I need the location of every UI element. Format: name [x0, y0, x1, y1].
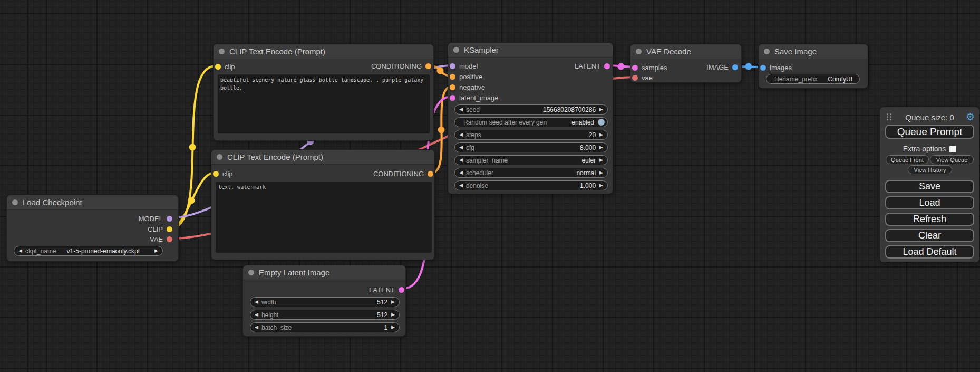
port-dot-image[interactable]: [732, 64, 738, 70]
view-queue-button[interactable]: View Queue: [930, 155, 974, 164]
decrement-arrow-icon[interactable]: ◀: [459, 158, 463, 163]
link-midpoint-dot[interactable]: [618, 63, 625, 70]
width-widget[interactable]: ◀ width 512 ▶: [250, 297, 400, 307]
port-dot-image[interactable]: [760, 65, 766, 71]
port-dot-model[interactable]: [450, 63, 455, 69]
port-dot-clip[interactable]: [215, 64, 221, 70]
output-slot-conditioning[interactable]: CONDITIONING: [373, 170, 433, 177]
height-widget[interactable]: ◀ height 512 ▶: [250, 310, 400, 320]
increment-arrow-icon[interactable]: ▶: [599, 170, 603, 175]
collapse-dot-icon[interactable]: [636, 49, 642, 54]
node-title-bar[interactable]: KSampler: [448, 43, 613, 58]
port-dot-conditioning[interactable]: [425, 63, 431, 69]
input-slot-vae[interactable]: vae: [632, 74, 653, 81]
node-clip-text-encode-positive[interactable]: CLIP Text Encode (Prompt) clip CONDITION…: [213, 44, 434, 141]
port-dot-latent[interactable]: [450, 95, 455, 101]
load-default-button[interactable]: Load Default: [885, 245, 974, 259]
node-clip-text-encode-negative[interactable]: CLIP Text Encode (Prompt) clip CONDITION…: [211, 149, 435, 260]
node-title-bar[interactable]: VAE Decode: [630, 44, 741, 59]
collapse-dot-icon[interactable]: [453, 47, 459, 53]
input-slot-negative[interactable]: negative: [450, 83, 485, 91]
denoise-widget[interactable]: ◀ denoise 1.000 ▶: [454, 180, 608, 190]
output-slot-latent[interactable]: LATENT: [369, 286, 404, 293]
collapse-dot-icon[interactable]: [217, 154, 222, 160]
increment-arrow-icon[interactable]: ▶: [599, 145, 603, 150]
node-vae-decode[interactable]: VAE Decode samples vae IMAGE: [630, 44, 742, 83]
prompt-textarea[interactable]: text, watermark: [216, 182, 432, 253]
input-slot-latent-image[interactable]: latent_image: [450, 94, 498, 101]
collapse-dot-icon[interactable]: [12, 199, 18, 205]
refresh-button[interactable]: Refresh: [885, 213, 974, 226]
link-midpoint-dot[interactable]: [438, 127, 445, 133]
prompt-textarea[interactable]: beautiful scenery nature glass bottle la…: [218, 74, 430, 133]
collapse-dot-icon[interactable]: [248, 270, 254, 275]
output-slot-latent[interactable]: LATENT: [575, 62, 610, 70]
output-slot-clip[interactable]: CLIP: [148, 225, 172, 233]
port-dot-latent[interactable]: [632, 65, 638, 71]
collapse-dot-icon[interactable]: [764, 49, 770, 54]
node-title-bar[interactable]: CLIP Text Encode (Prompt): [211, 150, 434, 165]
output-slot-image[interactable]: IMAGE: [706, 63, 738, 71]
toggle-dot-icon[interactable]: [598, 119, 605, 126]
port-dot-latent[interactable]: [604, 63, 610, 69]
decrement-arrow-icon[interactable]: ◀: [255, 300, 258, 304]
decrement-arrow-icon[interactable]: ◀: [255, 312, 258, 317]
decrement-arrow-icon[interactable]: ◀: [459, 107, 463, 112]
port-dot-latent[interactable]: [399, 287, 404, 293]
view-history-button[interactable]: View History: [908, 165, 952, 174]
increment-arrow-icon[interactable]: ▶: [154, 249, 158, 253]
port-dot-conditioning[interactable]: [450, 84, 455, 90]
load-button[interactable]: Load: [885, 196, 974, 209]
steps-widget[interactable]: ◀ steps 20 ▶: [454, 130, 608, 140]
port-dot-vae[interactable]: [632, 75, 638, 81]
input-slot-clip[interactable]: clip: [215, 63, 235, 70]
increment-arrow-icon[interactable]: ▶: [599, 107, 603, 112]
node-graph-canvas[interactable]: Load Checkpoint MODEL CLIP VAE ◀ ckpt_na…: [0, 0, 980, 372]
node-title-bar[interactable]: Load Checkpoint: [7, 195, 178, 210]
increment-arrow-icon[interactable]: ▶: [599, 183, 603, 188]
input-slot-positive[interactable]: positive: [450, 73, 482, 80]
input-slot-images[interactable]: images: [760, 64, 792, 71]
clear-button[interactable]: Clear: [885, 229, 974, 242]
link-midpoint-dot[interactable]: [437, 68, 444, 74]
decrement-arrow-icon[interactable]: ◀: [459, 183, 463, 188]
port-dot-conditioning[interactable]: [450, 74, 455, 80]
ckpt-name-widget[interactable]: ◀ ckpt_name v1-5-pruned-emaonly.ckpt ▶: [14, 246, 163, 256]
port-dot-model[interactable]: [167, 216, 172, 222]
collapse-dot-icon[interactable]: [219, 49, 225, 54]
decrement-arrow-icon[interactable]: ◀: [459, 170, 463, 175]
decrement-arrow-icon[interactable]: ◀: [459, 132, 463, 137]
node-ksampler[interactable]: KSampler model positive negative latent_…: [448, 42, 613, 194]
port-dot-conditioning[interactable]: [428, 171, 433, 177]
extra-options-checkbox[interactable]: [949, 146, 956, 152]
batch-size-widget[interactable]: ◀ batch_size 1 ▶: [250, 322, 400, 332]
node-title-bar[interactable]: Empty Latent Image: [243, 265, 405, 280]
increment-arrow-icon[interactable]: ▶: [391, 300, 395, 304]
sampler-name-widget[interactable]: ◀ sampler_name euler ▶: [454, 155, 608, 165]
input-slot-clip[interactable]: clip: [213, 170, 233, 177]
increment-arrow-icon[interactable]: ▶: [599, 132, 603, 137]
input-slot-model[interactable]: model: [450, 62, 478, 70]
node-load-checkpoint[interactable]: Load Checkpoint MODEL CLIP VAE ◀ ckpt_na…: [6, 195, 179, 262]
node-save-image[interactable]: Save Image images filename_prefix ComfyU…: [758, 44, 868, 89]
queue-front-button[interactable]: Queue Front: [886, 155, 929, 164]
output-slot-model[interactable]: MODEL: [139, 215, 172, 222]
scheduler-widget[interactable]: ◀ scheduler normal ▶: [454, 168, 608, 178]
link-midpoint-dot[interactable]: [189, 144, 196, 151]
port-dot-vae[interactable]: [167, 236, 172, 242]
save-button[interactable]: Save: [885, 180, 974, 193]
random-seed-widget[interactable]: Random seed after every gen enabled: [454, 117, 608, 127]
node-title-bar[interactable]: CLIP Text Encode (Prompt): [214, 44, 433, 59]
cfg-widget[interactable]: ◀ cfg 8.000 ▶: [454, 142, 608, 152]
filename-prefix-widget[interactable]: filename_prefix ComfyUI: [766, 74, 860, 84]
port-dot-clip[interactable]: [213, 171, 219, 177]
increment-arrow-icon[interactable]: ▶: [391, 325, 395, 330]
link-midpoint-dot[interactable]: [188, 197, 195, 204]
link-midpoint-dot[interactable]: [745, 63, 752, 70]
input-slot-samples[interactable]: samples: [632, 64, 667, 71]
seed-widget[interactable]: ◀ seed 156680208700286 ▶: [454, 104, 608, 115]
decrement-arrow-icon[interactable]: ◀: [255, 325, 258, 330]
output-slot-vae[interactable]: VAE: [150, 235, 172, 243]
increment-arrow-icon[interactable]: ▶: [391, 312, 395, 317]
port-dot-clip[interactable]: [167, 226, 172, 232]
